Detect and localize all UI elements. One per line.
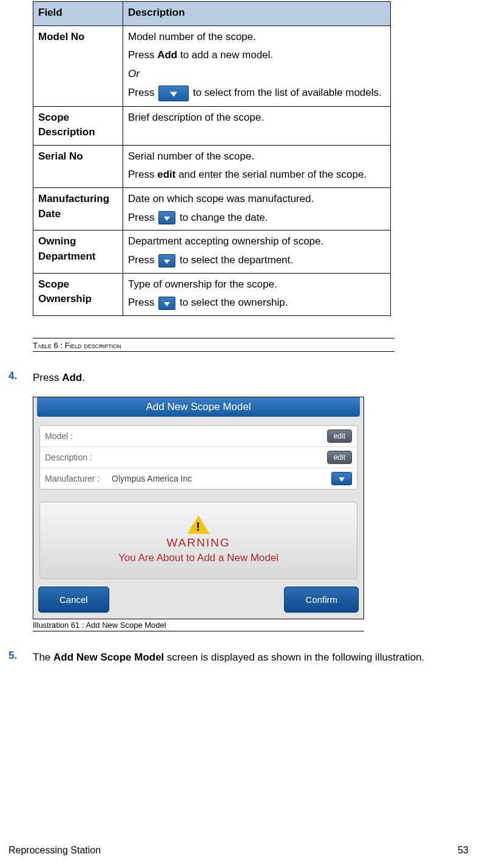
edit-button[interactable]: edit bbox=[327, 429, 352, 443]
table-row: Owning Department Department accepting o… bbox=[33, 230, 391, 273]
desc-text: Press to change the date. bbox=[128, 210, 385, 226]
field-label: Serial No bbox=[38, 150, 83, 162]
warning-title: WARNING bbox=[46, 536, 351, 550]
model-row: Model : edit bbox=[40, 426, 357, 447]
description-label: Description : bbox=[45, 453, 112, 462]
cancel-button[interactable]: Cancel bbox=[38, 587, 109, 613]
table-row: Scope Ownership Type of ownership for th… bbox=[33, 273, 391, 315]
illustration-caption: Illustration 61 : Add New Scope Model bbox=[33, 621, 364, 631]
page-number: 53 bbox=[458, 845, 469, 856]
desc-text: Press to select the ownership. bbox=[128, 295, 385, 311]
step-text: Press Add. bbox=[33, 370, 469, 386]
illustration-add-new-scope-model: Add New Scope Model Model : edit Descrip… bbox=[33, 397, 364, 619]
field-label: Model No bbox=[38, 31, 85, 42]
footer-title: Reprocessing Station bbox=[8, 845, 101, 856]
step-text: The Add New Scope Model screen is displa… bbox=[33, 650, 469, 665]
table-row: Serial No Serial number of the scope. Pr… bbox=[33, 145, 391, 187]
desc-text: Press to select from the list of availab… bbox=[128, 86, 385, 101]
dropdown-icon bbox=[158, 254, 175, 267]
table-row: Model No Model number of the scope. Pres… bbox=[33, 25, 391, 106]
field-label: Scope Description bbox=[38, 112, 95, 138]
desc-text: Press Add to add a new model. bbox=[128, 48, 385, 63]
warning-icon bbox=[188, 516, 209, 534]
table-row: Manufacturing Date Date on which scope w… bbox=[33, 188, 391, 230]
step-number: 4. bbox=[8, 370, 33, 386]
warning-message: You Are About to Add a New Model bbox=[46, 552, 351, 564]
manufacturer-value: Olympus America Inc bbox=[112, 474, 331, 483]
model-label: Model : bbox=[45, 431, 112, 441]
desc-text: Press edit and enter the serial number o… bbox=[128, 167, 385, 183]
dropdown-icon bbox=[158, 86, 189, 101]
table-row: Scope Description Brief description of t… bbox=[33, 106, 391, 145]
dropdown-icon[interactable] bbox=[331, 472, 352, 485]
field-label: Owning Department bbox=[38, 235, 95, 262]
page-footer: Reprocessing Station 53 bbox=[8, 845, 469, 856]
manufacturer-label: Manufacturer : bbox=[45, 474, 112, 483]
manufacturer-row: Manufacturer : Olympus America Inc bbox=[40, 468, 357, 489]
field-description-table: Field Description Model No Model number … bbox=[33, 1, 391, 316]
dropdown-icon bbox=[158, 297, 175, 310]
form-card: Model : edit Description : edit Manufact… bbox=[39, 425, 357, 490]
description-row: Description : edit bbox=[40, 447, 357, 468]
desc-text: Press to select the department. bbox=[128, 253, 385, 268]
th-field: Field bbox=[33, 2, 123, 26]
step-5: 5. The Add New Scope Model screen is dis… bbox=[8, 650, 469, 665]
desc-text: Department accepting ownership of scope. bbox=[128, 234, 385, 249]
dialog-button-bar: Cancel Confirm bbox=[33, 585, 364, 619]
field-label: Manufacturing Date bbox=[38, 193, 109, 220]
th-desc: Description bbox=[123, 2, 391, 26]
step-4: 4. Press Add. bbox=[8, 370, 469, 386]
confirm-button[interactable]: Confirm bbox=[284, 587, 359, 613]
desc-text: Serial number of the scope. bbox=[128, 149, 385, 164]
step-number: 5. bbox=[8, 650, 33, 665]
desc-text: Brief description of the scope. bbox=[128, 110, 385, 126]
edit-button[interactable]: edit bbox=[327, 451, 352, 464]
dialog-title: Add New Scope Model bbox=[37, 397, 360, 417]
desc-text: Or bbox=[128, 67, 385, 82]
field-label: Scope Ownership bbox=[38, 278, 92, 305]
desc-text: Model number of the scope. bbox=[128, 30, 385, 45]
desc-text: Date on which scope was manufactured. bbox=[128, 192, 385, 207]
caption-rule bbox=[33, 338, 394, 338]
table-caption: Table 6 : Field description bbox=[33, 341, 394, 352]
dropdown-icon bbox=[158, 211, 175, 224]
warning-panel: WARNING You Are About to Add a New Model bbox=[39, 502, 357, 579]
desc-text: Type of ownership for the scope. bbox=[128, 277, 385, 292]
